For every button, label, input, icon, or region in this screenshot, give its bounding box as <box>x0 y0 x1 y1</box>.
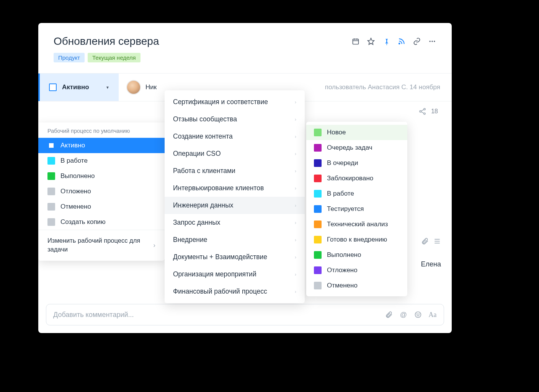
status-menu-item[interactable]: Заблокировано <box>306 171 407 186</box>
chevron-right-icon: › <box>295 151 296 157</box>
status-menu-item[interactable]: Тестируется <box>306 201 407 217</box>
svg-marker-4 <box>368 38 374 45</box>
chevron-right-icon: › <box>295 220 296 225</box>
task-window: Обновления сервера <box>38 23 452 333</box>
svg-point-5 <box>399 43 400 44</box>
chevron-right-icon: › <box>295 272 296 277</box>
color-swatch <box>47 172 55 180</box>
status-checkbox-icon <box>49 83 57 91</box>
chevron-right-icon: › <box>295 255 296 260</box>
workflow-menu-item[interactable]: Работа с клиентами› <box>165 162 305 180</box>
status-dropdown-header: Рабочий процесс по умолчанию <box>38 122 165 138</box>
color-swatch <box>47 203 55 211</box>
status-menu-item[interactable]: Новое <box>306 125 407 140</box>
chevron-right-icon: › <box>295 134 296 139</box>
workflow-menu-item[interactable]: Отзывы сообщества› <box>165 111 305 128</box>
status-menu-item[interactable]: Отменено <box>306 278 407 293</box>
workflow-menu-label: Работа с клиентами <box>173 167 235 175</box>
status-option[interactable]: Отменено <box>38 199 165 214</box>
color-swatch <box>314 175 322 182</box>
status-option[interactable]: Создать копию <box>38 214 165 230</box>
workflow-menu-label: Инженерия данных <box>173 201 234 209</box>
workflow-menu-label: Запрос данных <box>173 219 220 227</box>
color-swatch <box>314 251 322 259</box>
workflow-menu-item[interactable]: Инженерия данных› <box>165 197 305 214</box>
status-menu-label: Готово к внедрению <box>327 236 387 243</box>
star-icon[interactable] <box>367 37 375 46</box>
color-swatch <box>314 144 322 152</box>
workflow-menu-item[interactable]: Организация мероприятий› <box>165 266 305 283</box>
chevron-right-icon: › <box>154 241 156 250</box>
svg-point-6 <box>430 41 431 42</box>
comment-box: @ Aa <box>46 304 444 325</box>
tag-product[interactable]: Продукт <box>54 53 85 62</box>
status-option-label: В работе <box>60 157 88 165</box>
color-swatch <box>314 266 322 274</box>
tag-week[interactable]: Текущая неделя <box>88 53 140 62</box>
workflow-menu-item[interactable]: Интервьюирование клиентов› <box>165 180 305 197</box>
status-option[interactable]: В работе <box>38 153 165 168</box>
workflow-menu-item[interactable]: Внедрение› <box>165 231 305 248</box>
status-menu-label: Очередь задач <box>327 144 372 152</box>
workflow-menu-label: Интервьюирование клиентов <box>173 184 264 192</box>
assignee-cell[interactable]: Ник <box>119 80 164 95</box>
svg-point-19 <box>419 314 420 315</box>
color-swatch <box>47 142 55 149</box>
change-workflow-label: Изменить рабочий процесс для задачи <box>47 236 154 254</box>
share-icon[interactable] <box>419 108 426 115</box>
status-menu-label: Новое <box>327 129 346 136</box>
tags-row: Продукт Текущая неделя <box>54 53 436 62</box>
color-swatch <box>314 159 322 167</box>
status-menu-label: В работе <box>327 190 354 198</box>
svg-point-17 <box>415 312 421 318</box>
status-selector[interactable]: Активно ▼ <box>38 74 119 101</box>
status-option[interactable]: Выполнено <box>38 168 165 184</box>
status-menu-item[interactable]: Отложено <box>306 263 407 278</box>
page-title: Обновления сервера <box>54 35 159 47</box>
status-option-label: Активно <box>60 142 85 149</box>
status-menu-item[interactable]: Готово к внедрению <box>306 232 407 247</box>
status-option-label: Отложено <box>60 188 91 195</box>
workflow-menu-item[interactable]: Документы + Взаимодействие› <box>165 248 305 266</box>
workflow-menu-item[interactable]: Создание контента› <box>165 128 305 145</box>
status-menu-item[interactable]: В работе <box>306 186 407 201</box>
side-assignee[interactable]: Елена <box>421 260 441 268</box>
color-swatch <box>314 220 322 228</box>
mention-icon[interactable]: @ <box>399 310 408 319</box>
status-option[interactable]: Активно <box>38 138 165 153</box>
workflow-menu-item[interactable]: Операции CSO› <box>165 145 305 162</box>
workflow-menu-label: Отзывы сообщества <box>173 115 237 123</box>
more-icon[interactable] <box>428 37 436 46</box>
list-icon[interactable] <box>433 237 441 245</box>
status-option-label: Отменено <box>60 203 91 211</box>
link-icon[interactable] <box>413 37 421 46</box>
status-menu-label: Тестируется <box>327 205 364 213</box>
color-swatch <box>314 205 322 213</box>
svg-point-8 <box>434 41 435 42</box>
workflow-menu-label: Сертификация и соответствие <box>173 98 268 106</box>
status-menu-item[interactable]: Технический анализ <box>306 217 407 232</box>
calendar-icon[interactable] <box>351 37 360 46</box>
share-count: 18 <box>431 108 438 115</box>
status-menu-label: Выполнено <box>327 251 361 259</box>
emoji-icon[interactable] <box>414 310 422 319</box>
status-label: Активно <box>62 83 89 91</box>
attach-icon[interactable] <box>421 237 429 245</box>
status-menu-item[interactable]: Очередь задач <box>306 140 407 155</box>
pin-icon[interactable] <box>382 37 390 46</box>
color-swatch <box>314 190 322 198</box>
status-option[interactable]: Отложено <box>38 184 165 199</box>
comment-input[interactable] <box>53 311 385 319</box>
workflow-menu-item[interactable]: Запрос данных› <box>165 214 305 231</box>
status-menu-item[interactable]: В очереди <box>306 155 407 171</box>
status-menu-item[interactable]: Выполнено <box>306 247 407 263</box>
rss-icon[interactable] <box>397 37 406 46</box>
workflow-menu-item[interactable]: Финансовый рабочий процесс› <box>165 283 305 300</box>
change-workflow-button[interactable]: Изменить рабочий процесс для задачи › <box>38 230 165 261</box>
status-menu-label: Отменено <box>327 282 358 289</box>
workflow-menu-item[interactable]: Сертификация и соответствие› <box>165 93 305 111</box>
attach-icon[interactable] <box>385 310 393 319</box>
color-swatch <box>314 129 322 136</box>
format-icon[interactable]: Aa <box>428 310 437 319</box>
chevron-right-icon: › <box>295 203 296 208</box>
